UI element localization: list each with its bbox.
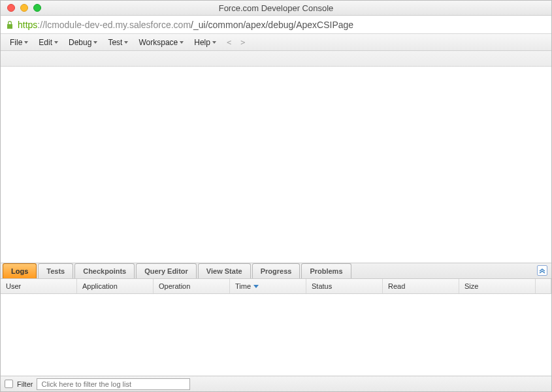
menu-label: File <box>10 38 22 47</box>
column-header-application[interactable]: Application <box>77 279 154 293</box>
chevron-down-icon <box>93 41 97 44</box>
titlebar: Force.com Developer Console <box>1 1 551 16</box>
filter-bar: Filter <box>1 376 551 391</box>
menu-debug[interactable]: Debug <box>63 36 103 49</box>
tab-progress[interactable]: Progress <box>252 263 300 278</box>
filter-checkbox[interactable] <box>5 380 13 388</box>
traffic-lights <box>1 4 41 12</box>
chevron-down-icon <box>54 41 58 44</box>
column-header-filler <box>536 279 551 293</box>
tab-problems[interactable]: Problems <box>301 263 351 278</box>
url-text[interactable]: https://lcmodule-dev-ed.my.salesforce.co… <box>18 20 353 30</box>
editor-area <box>1 67 551 263</box>
url-path: /_ui/common/apex/debug/ApexCSIPage <box>191 20 353 30</box>
tab-logs[interactable]: Logs <box>3 263 37 278</box>
chevron-down-icon <box>124 41 128 44</box>
column-label: Status <box>312 282 332 290</box>
tab-query-editor[interactable]: Query Editor <box>136 263 197 278</box>
maximize-window-button[interactable] <box>33 4 41 12</box>
bottom-tabs-row: LogsTestsCheckpointsQuery EditorView Sta… <box>1 263 551 279</box>
menu-label: Workspace <box>138 38 178 47</box>
url-protocol: https <box>18 20 37 30</box>
sort-desc-icon <box>253 285 259 288</box>
column-label: Operation <box>159 282 190 290</box>
menu-workspace[interactable]: Workspace <box>133 36 189 49</box>
nav-forward-button[interactable]: > <box>236 38 249 47</box>
column-label: Application <box>82 282 118 290</box>
lock-icon <box>6 20 14 29</box>
column-label: Read <box>388 282 405 290</box>
close-window-button[interactable] <box>7 4 15 12</box>
column-label: Time <box>235 282 251 290</box>
column-header-operation[interactable]: Operation <box>154 279 230 293</box>
chevron-down-icon <box>24 41 28 44</box>
expand-panel-button[interactable] <box>537 265 547 276</box>
tab-checkpoints[interactable]: Checkpoints <box>74 263 135 278</box>
tab-tests[interactable]: Tests <box>38 263 73 278</box>
menu-file[interactable]: File <box>5 36 33 49</box>
column-header-size[interactable]: Size <box>459 279 536 293</box>
menu-label: Edit <box>39 38 52 47</box>
column-label: Size <box>464 282 478 290</box>
chevron-down-icon <box>180 41 184 44</box>
url-host: ://lcmodule-dev-ed.my.salesforce.com <box>37 20 191 30</box>
filter-label: Filter <box>17 380 33 388</box>
menu-label: Test <box>108 38 122 47</box>
tab-view-state[interactable]: View State <box>198 263 251 278</box>
column-header-user[interactable]: User <box>1 279 77 293</box>
menu-test[interactable]: Test <box>103 36 133 49</box>
filter-input[interactable] <box>37 378 190 390</box>
menu-edit[interactable]: Edit <box>33 36 63 49</box>
log-grid-body <box>1 294 551 376</box>
url-bar: https://lcmodule-dev-ed.my.salesforce.co… <box>1 16 551 34</box>
column-header-read[interactable]: Read <box>383 279 459 293</box>
nav-back-button[interactable]: < <box>223 38 235 47</box>
menu-help[interactable]: Help <box>189 36 221 49</box>
log-grid-header: UserApplicationOperationTimeStatusReadSi… <box>1 279 551 294</box>
minimize-window-button[interactable] <box>20 4 28 12</box>
column-label: User <box>6 282 21 290</box>
window-title: Force.com Developer Console <box>1 3 551 13</box>
bottom-panel: LogsTestsCheckpointsQuery EditorView Sta… <box>1 263 551 391</box>
menu-bar: FileEditDebugTestWorkspaceHelp < > <box>1 34 551 51</box>
menu-label: Help <box>194 38 210 47</box>
menu-label: Debug <box>69 38 91 47</box>
column-header-time[interactable]: Time <box>230 279 306 293</box>
column-header-status[interactable]: Status <box>306 279 383 293</box>
chevron-down-icon <box>212 41 216 44</box>
toolbar-strip <box>1 51 551 67</box>
